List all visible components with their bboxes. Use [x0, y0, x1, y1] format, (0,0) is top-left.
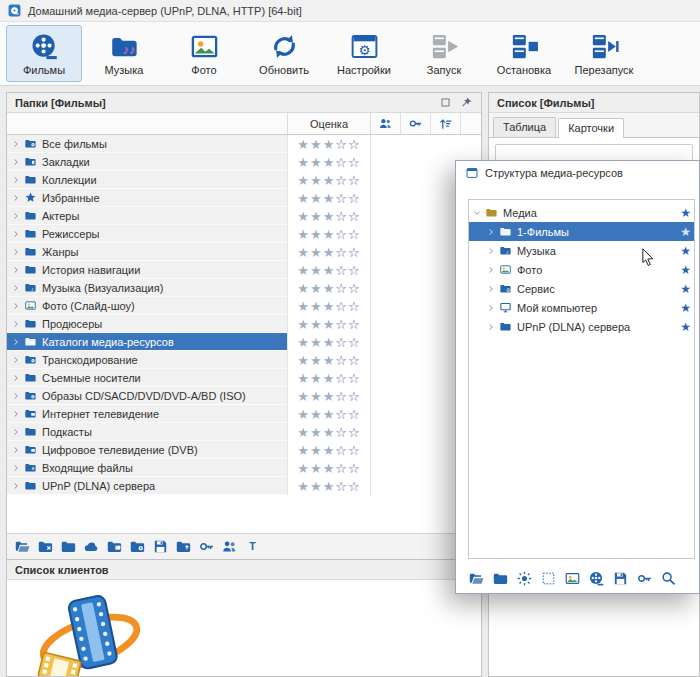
key-icon[interactable] — [636, 570, 653, 587]
chevron-right-icon[interactable] — [12, 140, 20, 148]
tree-item[interactable]: Мой компьютер★ — [469, 298, 694, 317]
folder-open-icon[interactable] — [468, 570, 485, 587]
chevron-down-icon[interactable] — [473, 209, 481, 217]
chevron-right-icon[interactable] — [12, 356, 20, 364]
rating-stars[interactable]: ★★★☆☆ — [287, 261, 371, 279]
folder-row[interactable]: Закладки★★★☆☆ — [7, 153, 481, 171]
folder-row[interactable]: ♪Музыка (Визуализация)★★★☆☆ — [7, 279, 481, 297]
toolbar-button-settings[interactable]: ⚙Настройки — [326, 25, 402, 82]
tree-item[interactable]: ⚙Сервис★ — [469, 279, 694, 298]
users-icon[interactable] — [221, 538, 238, 555]
folder-row[interactable]: Съемные носители★★★☆☆ — [7, 369, 481, 387]
chevron-right-icon[interactable] — [12, 158, 20, 166]
chevron-right-icon[interactable] — [12, 428, 20, 436]
chevron-right-icon[interactable] — [12, 284, 20, 292]
chevron-right-icon[interactable] — [12, 248, 20, 256]
chevron-right-icon[interactable] — [12, 320, 20, 328]
search-icon[interactable] — [660, 570, 677, 587]
tree-item[interactable]: Медиа★ — [469, 203, 694, 222]
folder-row[interactable]: История навигации★★★☆☆ — [7, 261, 481, 279]
text-icon[interactable]: T — [244, 538, 261, 555]
folder-row[interactable]: Режиссеры★★★☆☆ — [7, 225, 481, 243]
chevron-right-icon[interactable] — [12, 266, 20, 274]
tree-item[interactable]: UPnP (DLNA) сервера★ — [469, 317, 694, 336]
chevron-right-icon[interactable] — [12, 446, 20, 454]
rating-stars[interactable]: ★★★☆☆ — [287, 441, 371, 459]
chevron-right-icon[interactable] — [12, 194, 20, 202]
save-icon[interactable] — [152, 538, 169, 555]
col-rating-header[interactable]: Оценка — [287, 113, 371, 134]
folder-row[interactable]: Образы CD/SACD/DVD/DVD-A/BD (ISO)★★★☆☆ — [7, 387, 481, 405]
toolbar-button-restart[interactable]: Перезапуск — [566, 25, 642, 82]
tree-item[interactable]: 1-Фильмы★ — [469, 222, 694, 241]
rating-stars[interactable]: ★★★☆☆ — [287, 333, 371, 351]
col-name-header[interactable] — [7, 113, 287, 134]
structure-window-titlebar[interactable]: Структура медиа-ресурсов — [456, 161, 699, 185]
folder-photo-icon[interactable] — [106, 538, 123, 555]
rating-stars[interactable]: ★★★☆☆ — [287, 243, 371, 261]
sun-icon[interactable] — [516, 570, 533, 587]
photo-small-icon[interactable] — [564, 570, 581, 587]
folder-row[interactable]: Цифровое телевидение (DVB)★★★☆☆ — [7, 441, 481, 459]
folder-row[interactable]: Фото (Слайд-шоу)★★★☆☆ — [7, 297, 481, 315]
chevron-right-icon[interactable] — [487, 323, 495, 331]
toolbar-button-films[interactable]: Фильмы — [6, 25, 82, 82]
tab-cards[interactable]: Карточки — [558, 118, 624, 138]
rating-stars[interactable]: ★★★☆☆ — [287, 405, 371, 423]
chevron-right-icon[interactable] — [12, 302, 20, 310]
tree-item[interactable]: ♪Музыка★ — [469, 241, 694, 260]
folder-row[interactable]: Входящие файлы★★★☆☆ — [7, 459, 481, 477]
save-icon[interactable] — [612, 570, 629, 587]
folder-row[interactable]: Транскодирование★★★☆☆ — [7, 351, 481, 369]
col-header-cell-users[interactable] — [371, 113, 401, 134]
pin-icon[interactable] — [460, 96, 473, 109]
folder-film-icon[interactable] — [129, 538, 146, 555]
folder-row[interactable]: Подкасты★★★☆☆ — [7, 423, 481, 441]
folder-row[interactable]: Каталоги медиа-ресурсов★★★☆☆ — [7, 333, 481, 351]
rating-stars[interactable]: ★★★☆☆ — [287, 279, 371, 297]
rating-stars[interactable]: ★★★☆☆ — [287, 315, 371, 333]
rating-stars[interactable]: ★★★☆☆ — [287, 351, 371, 369]
chevron-right-icon[interactable] — [487, 228, 495, 236]
tab-table[interactable]: Таблица — [493, 117, 556, 137]
rating-stars[interactable]: ★★★☆☆ — [287, 153, 371, 171]
chevron-right-icon[interactable] — [12, 230, 20, 238]
rating-stars[interactable]: ★★★☆☆ — [287, 369, 371, 387]
folder-row[interactable]: Интернет телевидение★★★☆☆ — [7, 405, 481, 423]
cloud-icon[interactable] — [83, 538, 100, 555]
toolbar-button-stop[interactable]: Остановка — [486, 25, 562, 82]
restore-window-icon[interactable] — [439, 96, 452, 109]
chevron-right-icon[interactable] — [12, 212, 20, 220]
folder-row[interactable]: Коллекции★★★☆☆ — [7, 171, 481, 189]
folder-row[interactable]: Все фильмы★★★☆☆ — [7, 135, 481, 153]
rating-stars[interactable]: ★★★☆☆ — [287, 477, 371, 495]
chevron-right-icon[interactable] — [12, 464, 20, 472]
rating-stars[interactable]: ★★★☆☆ — [287, 207, 371, 225]
folder-icon[interactable] — [492, 570, 509, 587]
rating-stars[interactable]: ★★★☆☆ — [287, 135, 371, 153]
chevron-right-icon[interactable] — [12, 338, 20, 346]
chevron-right-icon[interactable] — [487, 247, 495, 255]
chevron-right-icon[interactable] — [487, 285, 495, 293]
key-icon[interactable] — [198, 538, 215, 555]
chevron-right-icon[interactable] — [12, 392, 20, 400]
rating-stars[interactable]: ★★★☆☆ — [287, 189, 371, 207]
folder-row[interactable]: Жанры★★★☆☆ — [7, 243, 481, 261]
chevron-right-icon[interactable] — [12, 374, 20, 382]
col-header-cell-sort[interactable] — [431, 113, 461, 134]
rating-stars[interactable]: ★★★☆☆ — [287, 423, 371, 441]
film-reel-icon[interactable] — [588, 570, 605, 587]
toolbar-button-music[interactable]: ♪♪Музыка — [86, 25, 162, 82]
folder-icon[interactable] — [60, 538, 77, 555]
folder-up-icon[interactable] — [175, 538, 192, 555]
rating-stars[interactable]: ★★★☆☆ — [287, 459, 371, 477]
toolbar-button-refresh[interactable]: Обновить — [246, 25, 322, 82]
toolbar-button-photo[interactable]: Фото — [166, 25, 242, 82]
chevron-right-icon[interactable] — [12, 410, 20, 418]
rating-stars[interactable]: ★★★☆☆ — [287, 387, 371, 405]
folder-row[interactable]: Избранные★★★☆☆ — [7, 189, 481, 207]
folder-x-icon[interactable] — [37, 538, 54, 555]
col-header-cell-key[interactable] — [401, 113, 431, 134]
chevron-right-icon[interactable] — [12, 482, 20, 490]
chevron-right-icon[interactable] — [487, 304, 495, 312]
